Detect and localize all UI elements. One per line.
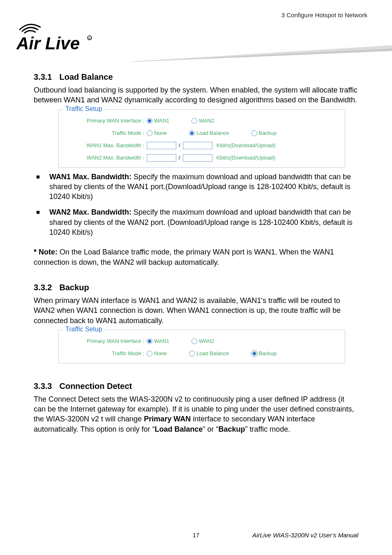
radio-dot-icon xyxy=(189,130,195,136)
radio-dot-icon xyxy=(251,351,257,356)
row-traffic-mode: Traffic Mode : None Load Balance Backup xyxy=(62,347,341,360)
bullet-lead: WAN2 Max. Bandwidth: xyxy=(49,208,131,216)
radio-none-label: None xyxy=(154,130,167,136)
radio-backup-label: Backup xyxy=(259,350,277,356)
bullet-wan2-bw: WAN2 Max. Bandwidth: Specify the maximum… xyxy=(34,207,358,237)
intro-bold2: Load Balance xyxy=(154,425,203,433)
wan1-bw-unit: Kbit/s(Download/Upload) xyxy=(217,142,276,148)
traffic-setup-panel-load-balance: Traffic Setup Primary WAN Interface : WA… xyxy=(58,109,345,168)
note-load-balance: * Note: On the Load Balance traffic mode… xyxy=(34,247,358,267)
section-3-3-3-heading: 3.3.3Connection Detect xyxy=(34,382,358,391)
label-wan2-bw: WAN2 Max. Bandwidth : xyxy=(62,155,147,161)
section-3-3-3-intro: The Connect Detect sets the WIAS-3200N v… xyxy=(34,394,358,434)
section-title-text: Connection Detect xyxy=(59,382,132,391)
radio-wan1[interactable]: WAN1 xyxy=(147,338,169,344)
intro-part4: ” traffic mode. xyxy=(245,425,291,433)
radio-wan1[interactable]: WAN1 xyxy=(147,118,169,124)
bullet-wan1-bw: WAN1 Max. Bandwidth: Specify the maximum… xyxy=(34,172,358,202)
label-traffic-mode: Traffic Mode : xyxy=(62,130,147,136)
wan1-upload-input[interactable] xyxy=(183,142,212,149)
footer-manual-title: AirLive WIAS-3200N v2 User’s Manual xyxy=(252,532,358,539)
radio-wan1-label: WAN1 xyxy=(154,338,169,344)
radio-load-balance[interactable]: Load Balance xyxy=(189,130,229,136)
section-number: 3.3.3 xyxy=(34,382,52,391)
note-lead: * Note: xyxy=(34,248,58,256)
wan2-bw-unit: Kbit/s(Download/Upload) xyxy=(217,155,276,161)
label-wan1-bw: WAN1 Max. Bandwidth : xyxy=(62,142,147,148)
radio-dot-icon xyxy=(147,338,152,344)
section-title-text: Load Balance xyxy=(59,72,113,81)
radio-load-balance-label: Load Balance xyxy=(196,130,229,136)
bullet-lead: WAN1 Max. Bandwidth: xyxy=(49,173,131,181)
radio-backup-label: Backup xyxy=(259,130,277,136)
page-header-section-path: 3 Configure Hotspot to Network xyxy=(281,12,367,18)
section-number: 3.3.1 xyxy=(34,72,52,81)
section-title-text: Backup xyxy=(59,283,89,292)
label-primary-wan: Primary WAN Interface : xyxy=(62,118,147,124)
radio-wan1-label: WAN1 xyxy=(154,118,169,124)
radio-load-balance[interactable]: Load Balance xyxy=(189,350,229,356)
radio-wan2-label: WAN2 xyxy=(199,338,214,344)
row-primary-wan: Primary WAN Interface : WAN1 WAN2 xyxy=(62,115,341,127)
header-diagonal-decoration xyxy=(129,45,392,62)
wan2-upload-input[interactable] xyxy=(183,154,212,162)
radio-backup[interactable]: Backup xyxy=(251,130,277,136)
label-traffic-mode: Traffic Mode : xyxy=(62,350,147,356)
radio-wan2-label: WAN2 xyxy=(199,118,214,124)
svg-text:Air Live: Air Live xyxy=(16,34,80,53)
row-wan1-bw: WAN1 Max. Bandwidth : / Kbit/s(Download/… xyxy=(62,139,341,152)
svg-text:R: R xyxy=(88,37,91,40)
radio-wan2[interactable]: WAN2 xyxy=(191,338,214,344)
traffic-setup-legend: Traffic Setup xyxy=(63,105,105,113)
row-traffic-mode: Traffic Mode : None Load Balance Backup xyxy=(62,127,341,139)
label-primary-wan: Primary WAN Interface : xyxy=(62,338,147,344)
note-text: On the Load Balance traffic mode, the pr… xyxy=(34,248,334,266)
airlive-logo: Air Live R xyxy=(16,18,95,53)
radio-load-balance-label: Load Balance xyxy=(196,350,229,356)
radio-dot-icon xyxy=(251,130,257,136)
section-3-3-2-intro: When primary WAN interface is WAN1 and W… xyxy=(34,296,358,326)
traffic-setup-panel-backup: Traffic Setup Primary WAN Interface : WA… xyxy=(58,330,345,363)
section-3-3-1-intro: Outbound load balancing is supported by … xyxy=(34,85,358,105)
section-number: 3.3.2 xyxy=(34,283,52,292)
wan1-download-input[interactable] xyxy=(147,142,176,149)
radio-none[interactable]: None xyxy=(147,130,167,136)
traffic-setup-legend: Traffic Setup xyxy=(63,326,105,333)
radio-dot-icon xyxy=(147,351,152,356)
radio-none-label: None xyxy=(154,350,167,356)
radio-dot-icon xyxy=(191,118,197,124)
radio-dot-icon xyxy=(147,118,152,124)
slash-separator: / xyxy=(179,155,180,161)
svg-marker-3 xyxy=(129,45,392,62)
intro-bold3: Backup xyxy=(219,425,245,433)
slash-separator: / xyxy=(179,142,180,148)
intro-part3: ” or “ xyxy=(203,425,219,433)
radio-dot-icon xyxy=(189,351,195,356)
row-primary-wan: Primary WAN Interface : WAN1 WAN2 xyxy=(62,335,341,347)
bullet-list-s1: WAN1 Max. Bandwidth: Specify the maximum… xyxy=(34,172,358,238)
section-3-3-2-heading: 3.3.2Backup xyxy=(34,283,358,292)
section-3-3-1-heading: 3.3.1Load Balance xyxy=(34,72,358,82)
radio-wan2[interactable]: WAN2 xyxy=(191,118,214,124)
intro-bold1: Primary WAN xyxy=(144,415,191,423)
radio-backup[interactable]: Backup xyxy=(251,350,277,356)
radio-dot-icon xyxy=(191,338,197,344)
radio-none[interactable]: None xyxy=(147,350,167,356)
wan2-download-input[interactable] xyxy=(147,154,176,162)
row-wan2-bw: WAN2 Max. Bandwidth : / Kbit/s(Download/… xyxy=(62,152,341,164)
radio-dot-icon xyxy=(147,130,152,136)
